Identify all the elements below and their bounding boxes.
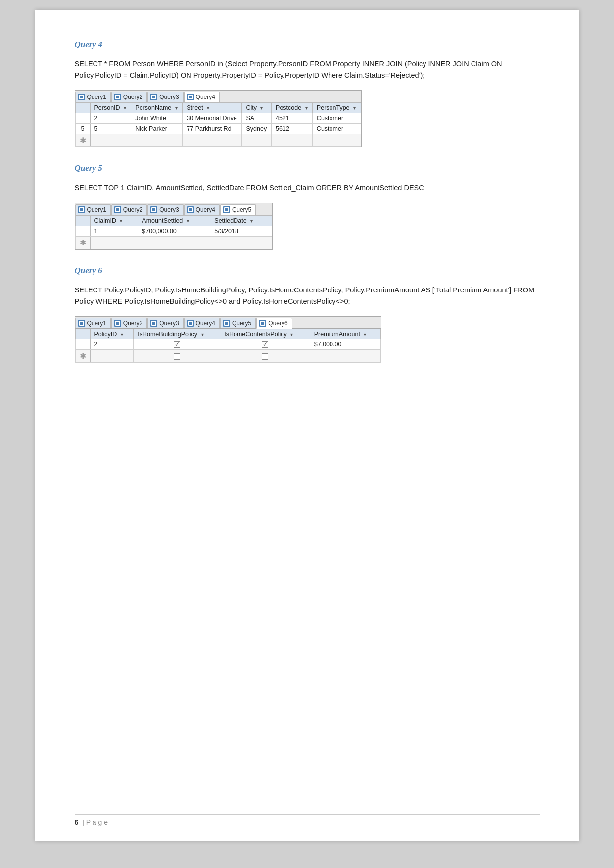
col-selector [75, 215, 90, 226]
tab-icon [114, 94, 121, 100]
footer-text: 6 | P a g e [75, 819, 540, 826]
tab-query4[interactable]: Query4 [184, 318, 220, 328]
row-num [75, 226, 90, 236]
tab-query1[interactable]: Query1 [75, 92, 111, 102]
tab-icon [187, 206, 194, 213]
query6-table: PolicyID ▾ IsHomeBuildingPolicy ▾ IsHome… [75, 329, 381, 363]
col-persontype[interactable]: PersonType ▾ [312, 103, 361, 113]
col-premiumamount[interactable]: PremiumAmount ▾ [310, 329, 380, 339]
tab-icon [259, 320, 266, 327]
col-personid[interactable]: PersonID ▾ [90, 103, 131, 113]
tab-query2[interactable]: Query2 [111, 318, 147, 328]
new-row: ✱ [75, 236, 272, 249]
row-num: 5 [75, 124, 90, 134]
tab-query3[interactable]: Query3 [147, 318, 183, 328]
tab-query5[interactable]: Query5 [220, 318, 256, 328]
tab-label: Query3 [159, 206, 179, 213]
footer-page-number: 6 [75, 819, 79, 826]
checkbox-unchecked-icon [262, 353, 268, 360]
page-footer: 6 | P a g e [75, 814, 540, 826]
checkbox-checked-icon [262, 341, 268, 348]
tab-query1[interactable]: Query1 [75, 204, 111, 215]
new-row: ✱ [75, 134, 361, 147]
col-selector [75, 329, 90, 339]
query5-sql: SELECT TOP 1 ClaimID, AmountSettled, Set… [75, 182, 540, 193]
col-ishomecontentspolicy[interactable]: IsHomeContentsPolicy ▾ [220, 329, 310, 339]
cell-personname: Nick Parker [131, 124, 183, 134]
tab-label: Query2 [123, 320, 142, 327]
query5-header-row: ClaimID ▾ AmountSettled ▾ SettledDate ▾ [75, 215, 272, 226]
query4-grid: Query1 Query2 Query3 Query4 [75, 90, 362, 147]
tab-query4-label: Query4 [196, 94, 215, 100]
cell-persontype: Customer [312, 124, 361, 134]
tab-label: Query5 [232, 320, 251, 327]
row-num [75, 113, 90, 124]
checkbox-checked-icon [174, 341, 180, 348]
table-row: 2 John White 30 Memorial Drive SA 4521 C… [75, 113, 361, 124]
tab-query2[interactable]: Query2 [111, 204, 147, 215]
tab-label: Query5 [232, 206, 251, 213]
tab-icon [114, 206, 121, 213]
query4-title: Query 4 [75, 40, 540, 49]
col-city[interactable]: City ▾ [242, 103, 272, 113]
cell-postcode: 4521 [272, 113, 313, 124]
query6-title: Query 6 [75, 266, 540, 276]
table-row: 2 $7,000.00 [75, 339, 380, 349]
tab-icon [187, 94, 194, 100]
page: Query 4 SELECT * FROM Person WHERE Perso… [35, 10, 579, 841]
tab-icon [78, 206, 85, 213]
query5-grid: Query1 Query2 Query3 Query4 Query5 [75, 203, 273, 250]
cell-personid: 2 [90, 113, 131, 124]
tab-query5[interactable]: Query5 [220, 204, 256, 215]
col-street[interactable]: Street ▾ [183, 103, 242, 113]
tab-query1-label: Query1 [87, 94, 106, 100]
tab-query3[interactable]: Query3 [147, 92, 183, 102]
cell-personname: John White [131, 113, 183, 124]
new-row-marker: ✱ [75, 134, 90, 147]
query6-header-row: PolicyID ▾ IsHomeBuildingPolicy ▾ IsHome… [75, 329, 380, 339]
cell-settleddate: 5/3/2018 [210, 226, 272, 236]
sort-icon: ▾ [290, 332, 293, 337]
tab-icon [114, 320, 121, 327]
col-postcode[interactable]: Postcode ▾ [272, 103, 313, 113]
tab-query6[interactable]: Query6 [256, 318, 292, 329]
tab-label: Query4 [196, 206, 215, 213]
query4-sql: SELECT * FROM Person WHERE PersonID in (… [75, 58, 540, 81]
new-row-marker: ✱ [75, 350, 90, 363]
cell-street: 77 Parkhurst Rd [183, 124, 242, 134]
new-row: ✱ [75, 350, 380, 363]
sort-icon: ▾ [121, 332, 123, 337]
sort-icon: ▾ [201, 332, 204, 337]
tab-query2[interactable]: Query2 [111, 92, 147, 102]
table-row: 1 $700,000.00 5/3/2018 [75, 226, 272, 236]
query5-table: ClaimID ▾ AmountSettled ▾ SettledDate ▾ … [75, 215, 272, 249]
query5-section: Query 5 SELECT TOP 1 ClaimID, AmountSett… [75, 163, 540, 249]
query5-tabs: Query1 Query2 Query3 Query4 Query5 [75, 203, 272, 215]
col-policyid[interactable]: PolicyID ▾ [90, 329, 134, 339]
sort-icon: ▾ [353, 105, 356, 111]
cell-city: Sydney [242, 124, 272, 134]
tab-query4[interactable]: Query4 [184, 204, 220, 215]
col-personname[interactable]: PersonName ▾ [131, 103, 183, 113]
tab-icon [187, 320, 194, 327]
cell-premiumamount: $7,000.00 [310, 339, 380, 349]
query4-header-row: PersonID ▾ PersonName ▾ Street ▾ City ▾ … [75, 103, 361, 113]
tab-icon [150, 320, 157, 327]
tab-label: Query4 [196, 320, 215, 327]
cell-city: SA [242, 113, 272, 124]
tab-query4[interactable]: Query4 [184, 92, 220, 102]
row-num [75, 339, 90, 349]
tab-icon [223, 320, 230, 327]
col-claimid[interactable]: ClaimID ▾ [90, 215, 138, 226]
col-amountsettled[interactable]: AmountSettled ▾ [138, 215, 210, 226]
tab-query3[interactable]: Query3 [147, 204, 183, 215]
col-settleddate[interactable]: SettledDate ▾ [210, 215, 272, 226]
query6-grid: Query1 Query2 Query3 Query4 Query5 [75, 316, 381, 363]
tab-query1[interactable]: Query1 [75, 318, 111, 328]
cell-claimid: 1 [90, 226, 138, 236]
cell-amountsettled: $700,000.00 [138, 226, 210, 236]
new-row-marker: ✱ [75, 236, 90, 249]
col-ishomebuildingpolicy[interactable]: IsHomeBuildingPolicy ▾ [134, 329, 220, 339]
tab-query3-label: Query3 [159, 94, 179, 100]
cell-policyid: 2 [90, 339, 134, 349]
